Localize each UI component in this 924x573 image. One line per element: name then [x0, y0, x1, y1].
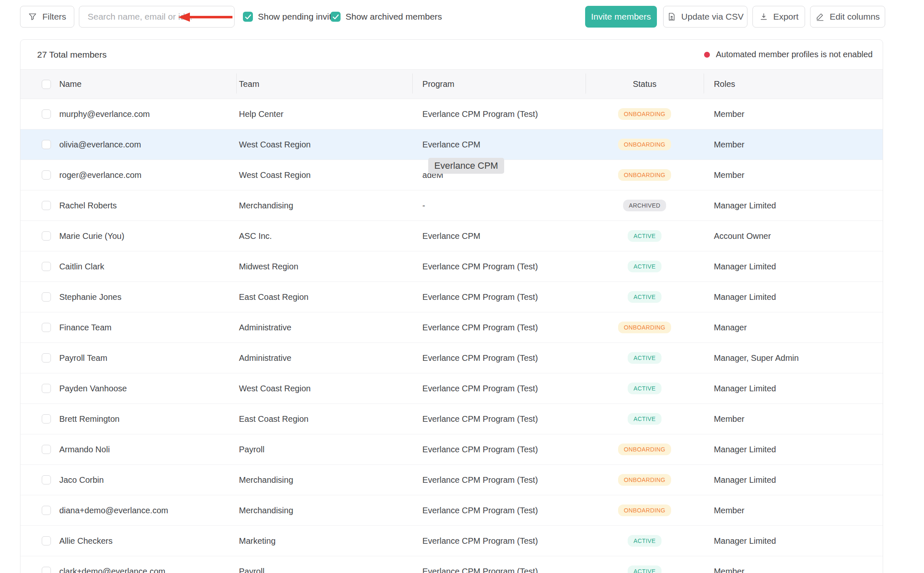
- row-checkbox[interactable]: [42, 231, 51, 241]
- row-checkbox[interactable]: [42, 567, 51, 573]
- row-checkbox[interactable]: [42, 170, 51, 180]
- row-checkbox[interactable]: [42, 506, 51, 515]
- checkbox-checked[interactable]: [243, 12, 253, 22]
- csv-upload-icon: [667, 12, 676, 21]
- member-name: Marie Curie (You): [58, 231, 237, 241]
- status-badge: ONBOARDING: [618, 505, 672, 516]
- member-program: Everlance CPM Program (Test): [412, 384, 586, 393]
- member-status-cell: ACTIVE: [586, 291, 704, 303]
- export-button[interactable]: Export: [752, 6, 805, 28]
- row-checkbox[interactable]: [42, 414, 51, 423]
- member-program: Everlance CPM Program (Test): [412, 506, 586, 515]
- program-tooltip: Everlance CPM: [428, 158, 504, 174]
- member-team: West Coast Region: [236, 384, 412, 393]
- member-roles: Manager Limited: [704, 475, 883, 485]
- row-checkbox-cell: [20, 536, 58, 545]
- edit-columns-button[interactable]: Edit columns: [810, 6, 885, 28]
- table-row[interactable]: Stephanie JonesEast Coast RegionEverlanc…: [20, 282, 883, 312]
- member-team: West Coast Region: [236, 140, 412, 150]
- row-checkbox[interactable]: [42, 445, 51, 454]
- table-row[interactable]: Finance TeamAdministrativeEverlance CPM …: [20, 312, 883, 343]
- table-row[interactable]: Brett RemingtonEast Coast RegionEverlanc…: [20, 404, 883, 434]
- member-name: diana+demo@everlance.com: [58, 506, 237, 515]
- member-status-cell: ACTIVE: [586, 535, 704, 547]
- column-header-program: Program: [412, 79, 586, 89]
- row-checkbox-cell: [20, 353, 58, 363]
- table-row[interactable]: olivia@everlance.comWest Coast RegionEve…: [20, 129, 883, 160]
- checkbox-checked[interactable]: [331, 12, 341, 22]
- member-program: Everlance CPM Program (Test): [412, 475, 586, 485]
- show-pending-invites-checkbox[interactable]: Show pending invites: [243, 12, 341, 22]
- member-status-cell: ONBOARDING: [586, 444, 704, 455]
- member-roles: Manager: [704, 323, 883, 332]
- member-status-cell: ACTIVE: [586, 230, 704, 242]
- row-checkbox[interactable]: [42, 536, 51, 545]
- row-checkbox[interactable]: [42, 201, 51, 210]
- table-row[interactable]: Payroll TeamAdministrativeEverlance CPM …: [20, 343, 883, 373]
- status-badge: ONBOARDING: [618, 444, 672, 455]
- status-badge: ARCHIVED: [623, 200, 666, 211]
- invite-members-button[interactable]: Invite members: [585, 6, 657, 28]
- member-team: Merchandising: [236, 506, 412, 515]
- table-row[interactable]: Rachel RobertsMerchandising-ARCHIVEDMana…: [20, 190, 883, 221]
- row-checkbox-cell: [20, 475, 58, 484]
- row-checkbox[interactable]: [42, 262, 51, 271]
- table-row[interactable]: Caitlin ClarkMidwest RegionEverlance CPM…: [20, 251, 883, 282]
- member-name: Allie Checkers: [58, 536, 237, 546]
- search-input[interactable]: [79, 6, 235, 28]
- member-program: Everlance CPM Program (Test): [412, 353, 586, 363]
- member-team: Help Center: [236, 109, 412, 119]
- member-name: Stephanie Jones: [58, 292, 237, 302]
- update-via-csv-button[interactable]: Update via CSV: [663, 6, 747, 28]
- member-status-cell: ACTIVE: [586, 383, 704, 394]
- member-team: Payroll: [236, 567, 412, 573]
- table-row[interactable]: Allie CheckersMarketingEverlance CPM Pro…: [20, 526, 883, 556]
- row-checkbox[interactable]: [42, 109, 51, 119]
- member-name: olivia@everlance.com: [58, 140, 237, 150]
- member-roles: Member: [704, 567, 883, 573]
- row-checkbox[interactable]: [42, 475, 51, 484]
- member-team: Midwest Region: [236, 262, 412, 271]
- member-status-cell: ACTIVE: [586, 261, 704, 272]
- row-checkbox[interactable]: [42, 384, 51, 393]
- table-row[interactable]: Payden VanhooseWest Coast RegionEverlanc…: [20, 373, 883, 404]
- member-team: East Coast Region: [236, 414, 412, 424]
- member-team: Merchandising: [236, 475, 412, 485]
- table-row[interactable]: Jaco CorbinMerchandisingEverlance CPM Pr…: [20, 465, 883, 495]
- row-checkbox[interactable]: [42, 323, 51, 332]
- checkmark-icon: [245, 14, 251, 20]
- member-status-cell: ONBOARDING: [586, 505, 704, 516]
- member-name: Armando Noli: [58, 445, 237, 454]
- status-badge: ACTIVE: [628, 565, 661, 573]
- status-badge: ONBOARDING: [618, 474, 672, 486]
- row-checkbox[interactable]: [42, 292, 51, 302]
- member-roles: Manager Limited: [704, 292, 883, 302]
- show-archived-members-checkbox[interactable]: Show archived members: [331, 12, 442, 22]
- row-checkbox[interactable]: [42, 353, 51, 363]
- status-badge: ACTIVE: [628, 230, 661, 242]
- members-card: 27 Total members Automated member profil…: [20, 39, 883, 573]
- table-row[interactable]: clark+demo@everlance.comPayrollEverlance…: [20, 556, 883, 573]
- member-roles: Manager Limited: [704, 384, 883, 393]
- member-status-cell: ONBOARDING: [586, 322, 704, 333]
- status-badge: ONBOARDING: [618, 169, 672, 181]
- member-team: Administrative: [236, 323, 412, 332]
- status-badge: ACTIVE: [628, 413, 661, 425]
- row-checkbox-cell: [20, 201, 58, 210]
- table-row[interactable]: diana+demo@everlance.comMerchandisingEve…: [20, 495, 883, 526]
- member-roles: Manager Limited: [704, 262, 883, 271]
- member-roles: Member: [704, 506, 883, 515]
- filter-funnel-icon: [28, 12, 37, 21]
- status-badge: ACTIVE: [628, 261, 661, 272]
- select-all-checkbox[interactable]: [42, 80, 51, 89]
- table-row[interactable]: murphy@everlance.comHelp CenterEverlance…: [20, 99, 883, 129]
- member-name: Payden Vanhoose: [58, 384, 237, 393]
- table-row[interactable]: Marie Curie (You)ASC Inc.Everlance CPMAC…: [20, 221, 883, 251]
- row-checkbox[interactable]: [42, 140, 51, 149]
- table-row[interactable]: Armando NoliPayrollEverlance CPM Program…: [20, 434, 883, 465]
- column-header-status: Status: [586, 79, 704, 89]
- filters-label: Filters: [42, 12, 66, 22]
- row-checkbox-cell: [20, 384, 58, 393]
- filters-button[interactable]: Filters: [20, 6, 74, 28]
- show-pending-invites-label: Show pending invites: [258, 12, 341, 22]
